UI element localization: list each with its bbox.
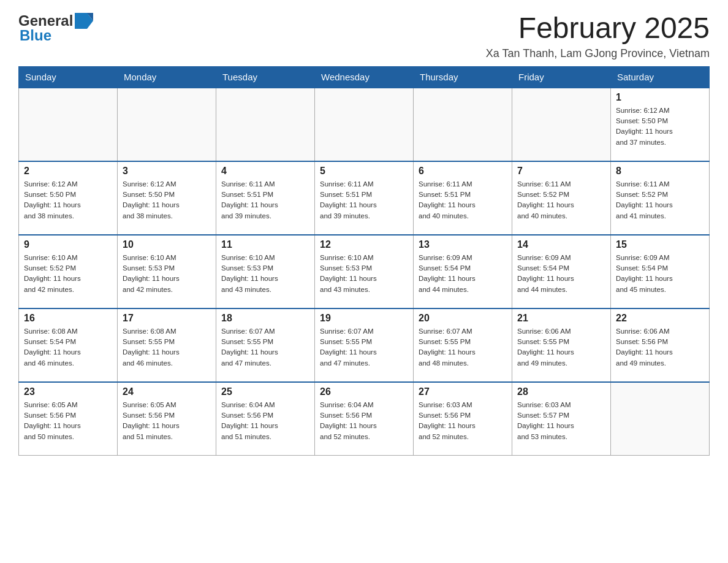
list-item: 8Sunrise: 6:11 AM Sunset: 5:52 PM Daylig… xyxy=(611,161,710,235)
day-info: Sunrise: 6:10 AM Sunset: 5:52 PM Dayligh… xyxy=(24,253,112,295)
list-item: 13Sunrise: 6:09 AM Sunset: 5:54 PM Dayli… xyxy=(414,235,512,308)
day-number: 7 xyxy=(517,166,605,177)
table-row: 9Sunrise: 6:10 AM Sunset: 5:52 PM Daylig… xyxy=(19,235,710,308)
day-number: 20 xyxy=(419,313,507,324)
day-info: Sunrise: 6:09 AM Sunset: 5:54 PM Dayligh… xyxy=(419,253,507,295)
day-number: 3 xyxy=(123,166,211,177)
day-info: Sunrise: 6:10 AM Sunset: 5:53 PM Dayligh… xyxy=(123,253,211,295)
logo: General Blue xyxy=(18,12,93,44)
list-item: 19Sunrise: 6:07 AM Sunset: 5:55 PM Dayli… xyxy=(315,308,414,382)
page-header: General Blue February 2025 Xa Tan Thanh,… xyxy=(18,12,710,60)
day-info: Sunrise: 6:09 AM Sunset: 5:54 PM Dayligh… xyxy=(517,253,605,295)
day-number: 14 xyxy=(517,239,605,250)
day-info: Sunrise: 6:04 AM Sunset: 5:56 PM Dayligh… xyxy=(320,400,408,442)
day-info: Sunrise: 6:08 AM Sunset: 5:54 PM Dayligh… xyxy=(24,326,112,369)
list-item: 26Sunrise: 6:04 AM Sunset: 5:56 PM Dayli… xyxy=(315,382,414,456)
day-info: Sunrise: 6:12 AM Sunset: 5:50 PM Dayligh… xyxy=(24,179,112,221)
day-number: 24 xyxy=(123,386,211,397)
list-item: 14Sunrise: 6:09 AM Sunset: 5:54 PM Dayli… xyxy=(512,235,611,308)
col-tuesday: Tuesday xyxy=(216,66,315,88)
day-info: Sunrise: 6:03 AM Sunset: 5:56 PM Dayligh… xyxy=(419,400,507,442)
day-number: 22 xyxy=(616,313,704,324)
day-number: 4 xyxy=(221,166,309,177)
day-info: Sunrise: 6:08 AM Sunset: 5:55 PM Dayligh… xyxy=(123,326,211,369)
logo-flag-icon xyxy=(75,13,93,29)
list-item: 21Sunrise: 6:06 AM Sunset: 5:55 PM Dayli… xyxy=(512,308,611,382)
day-info: Sunrise: 6:11 AM Sunset: 5:51 PM Dayligh… xyxy=(419,179,507,221)
table-row: 1Sunrise: 6:12 AM Sunset: 5:50 PM Daylig… xyxy=(19,88,710,161)
day-number: 18 xyxy=(221,313,309,324)
list-item: 11Sunrise: 6:10 AM Sunset: 5:53 PM Dayli… xyxy=(216,235,315,308)
col-monday: Monday xyxy=(118,66,216,88)
day-number: 5 xyxy=(320,166,408,177)
day-info: Sunrise: 6:06 AM Sunset: 5:56 PM Dayligh… xyxy=(616,326,704,369)
list-item: 5Sunrise: 6:11 AM Sunset: 5:51 PM Daylig… xyxy=(315,161,414,235)
day-info: Sunrise: 6:11 AM Sunset: 5:51 PM Dayligh… xyxy=(320,179,408,221)
list-item: 24Sunrise: 6:05 AM Sunset: 5:56 PM Dayli… xyxy=(118,382,216,456)
day-info: Sunrise: 6:10 AM Sunset: 5:53 PM Dayligh… xyxy=(320,253,408,295)
list-item: 25Sunrise: 6:04 AM Sunset: 5:56 PM Dayli… xyxy=(216,382,315,456)
list-item: 22Sunrise: 6:06 AM Sunset: 5:56 PM Dayli… xyxy=(611,308,710,382)
location-subtitle: Xa Tan Thanh, Lam GJong Province, Vietna… xyxy=(486,47,710,60)
day-info: Sunrise: 6:11 AM Sunset: 5:51 PM Dayligh… xyxy=(221,179,309,221)
calendar-table: Sunday Monday Tuesday Wednesday Thursday… xyxy=(18,66,710,456)
day-number: 16 xyxy=(24,313,112,324)
day-info: Sunrise: 6:07 AM Sunset: 5:55 PM Dayligh… xyxy=(320,326,408,369)
logo-text-blue: Blue xyxy=(20,27,51,44)
day-info: Sunrise: 6:12 AM Sunset: 5:50 PM Dayligh… xyxy=(123,179,211,221)
col-sunday: Sunday xyxy=(19,66,118,88)
col-thursday: Thursday xyxy=(414,66,512,88)
day-info: Sunrise: 6:09 AM Sunset: 5:54 PM Dayligh… xyxy=(616,253,704,295)
month-title: February 2025 xyxy=(486,12,710,45)
list-item: 16Sunrise: 6:08 AM Sunset: 5:54 PM Dayli… xyxy=(19,308,118,382)
list-item xyxy=(611,382,710,456)
day-number: 10 xyxy=(123,239,211,250)
day-number: 26 xyxy=(320,386,408,397)
table-row: 16Sunrise: 6:08 AM Sunset: 5:54 PM Dayli… xyxy=(19,308,710,382)
list-item: 1Sunrise: 6:12 AM Sunset: 5:50 PM Daylig… xyxy=(611,88,710,161)
list-item: 10Sunrise: 6:10 AM Sunset: 5:53 PM Dayli… xyxy=(118,235,216,308)
list-item: 23Sunrise: 6:05 AM Sunset: 5:56 PM Dayli… xyxy=(19,382,118,456)
table-row: 2Sunrise: 6:12 AM Sunset: 5:50 PM Daylig… xyxy=(19,161,710,235)
list-item xyxy=(512,88,611,161)
day-number: 8 xyxy=(616,166,704,177)
day-info: Sunrise: 6:06 AM Sunset: 5:55 PM Dayligh… xyxy=(517,326,605,369)
day-info: Sunrise: 6:12 AM Sunset: 5:50 PM Dayligh… xyxy=(616,105,704,148)
list-item xyxy=(216,88,315,161)
list-item: 7Sunrise: 6:11 AM Sunset: 5:52 PM Daylig… xyxy=(512,161,611,235)
day-number: 27 xyxy=(419,386,507,397)
day-number: 17 xyxy=(123,313,211,324)
day-number: 15 xyxy=(616,239,704,250)
day-info: Sunrise: 6:10 AM Sunset: 5:53 PM Dayligh… xyxy=(221,253,309,295)
day-number: 19 xyxy=(320,313,408,324)
day-info: Sunrise: 6:05 AM Sunset: 5:56 PM Dayligh… xyxy=(123,400,211,442)
day-info: Sunrise: 6:03 AM Sunset: 5:57 PM Dayligh… xyxy=(517,400,605,442)
list-item: 15Sunrise: 6:09 AM Sunset: 5:54 PM Dayli… xyxy=(611,235,710,308)
list-item: 6Sunrise: 6:11 AM Sunset: 5:51 PM Daylig… xyxy=(414,161,512,235)
list-item: 3Sunrise: 6:12 AM Sunset: 5:50 PM Daylig… xyxy=(118,161,216,235)
day-number: 23 xyxy=(24,386,112,397)
list-item: 9Sunrise: 6:10 AM Sunset: 5:52 PM Daylig… xyxy=(19,235,118,308)
list-item: 18Sunrise: 6:07 AM Sunset: 5:55 PM Dayli… xyxy=(216,308,315,382)
day-number: 21 xyxy=(517,313,605,324)
list-item: 12Sunrise: 6:10 AM Sunset: 5:53 PM Dayli… xyxy=(315,235,414,308)
list-item xyxy=(118,88,216,161)
list-item: 27Sunrise: 6:03 AM Sunset: 5:56 PM Dayli… xyxy=(414,382,512,456)
day-info: Sunrise: 6:07 AM Sunset: 5:55 PM Dayligh… xyxy=(221,326,309,369)
day-number: 11 xyxy=(221,239,309,250)
day-number: 28 xyxy=(517,386,605,397)
list-item: 17Sunrise: 6:08 AM Sunset: 5:55 PM Dayli… xyxy=(118,308,216,382)
day-number: 25 xyxy=(221,386,309,397)
list-item: 4Sunrise: 6:11 AM Sunset: 5:51 PM Daylig… xyxy=(216,161,315,235)
day-number: 6 xyxy=(419,166,507,177)
day-number: 13 xyxy=(419,239,507,250)
list-item xyxy=(315,88,414,161)
list-item: 20Sunrise: 6:07 AM Sunset: 5:55 PM Dayli… xyxy=(414,308,512,382)
day-info: Sunrise: 6:11 AM Sunset: 5:52 PM Dayligh… xyxy=(616,179,704,221)
day-info: Sunrise: 6:04 AM Sunset: 5:56 PM Dayligh… xyxy=(221,400,309,442)
day-info: Sunrise: 6:11 AM Sunset: 5:52 PM Dayligh… xyxy=(517,179,605,221)
col-friday: Friday xyxy=(512,66,611,88)
col-saturday: Saturday xyxy=(611,66,710,88)
weekday-header-row: Sunday Monday Tuesday Wednesday Thursday… xyxy=(19,66,710,88)
list-item: 28Sunrise: 6:03 AM Sunset: 5:57 PM Dayli… xyxy=(512,382,611,456)
